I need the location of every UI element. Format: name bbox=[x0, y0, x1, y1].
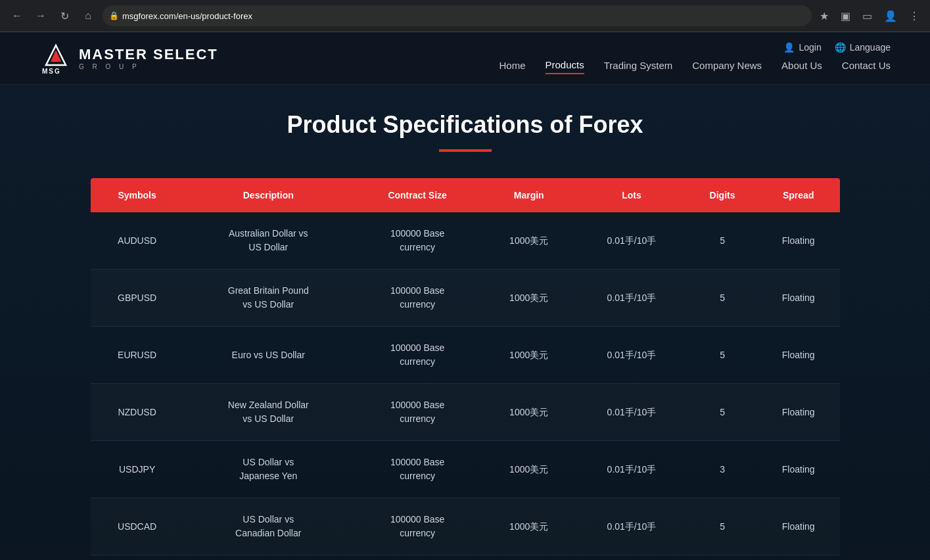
table-row: USDJPYUS Dollar vsJapanese Yen100000 Bas… bbox=[91, 441, 840, 498]
forex-table: Symbols Description Contract Size Margin… bbox=[91, 178, 840, 560]
cell-contract-size: 100000 Basecurrency bbox=[353, 269, 482, 327]
lock-icon: 🔒 bbox=[109, 11, 119, 20]
login-link[interactable]: 👤 Login bbox=[783, 42, 821, 53]
table-body: AUDUSDAustralian Dollar vsUS Dollar10000… bbox=[91, 212, 840, 560]
cell-contract-size: 100000 Basecurrency bbox=[353, 384, 482, 441]
language-icon: 🌐 bbox=[835, 42, 846, 53]
cell-spread: Floating bbox=[757, 212, 840, 269]
cell-margin: 1000美元 bbox=[482, 269, 576, 327]
cell-margin: 1000美元 bbox=[482, 441, 576, 498]
language-label: Language bbox=[850, 42, 891, 53]
cell-description: Great Britain Poundvs US Dollar bbox=[184, 269, 353, 327]
col-digits: Digits bbox=[687, 178, 757, 212]
browser-actions: ★ ▣ ▭ 👤 ⋮ bbox=[817, 7, 922, 25]
cell-contract-size: 100000 Basecurrency bbox=[353, 498, 482, 555]
cell-symbol: AUDUSD bbox=[91, 212, 184, 269]
cell-lots: 0.01手/10手 bbox=[576, 441, 687, 498]
cell-symbol: USDCAD bbox=[91, 498, 184, 555]
cell-lots: 0.01手/10手 bbox=[576, 269, 687, 327]
cell-digits: 5 bbox=[687, 384, 757, 441]
cell-description: Australian Dollar vsUS Dollar bbox=[184, 212, 353, 269]
cell-lots: 0.01手/10手 bbox=[576, 384, 687, 441]
header-right: 👤 Login 🌐 Language Home Products Trading… bbox=[500, 42, 891, 74]
table-row: AUDUSDAustralian Dollar vsUS Dollar10000… bbox=[91, 212, 840, 269]
nav-about-us[interactable]: About Us bbox=[781, 60, 822, 74]
cell-symbol: NZDUSD bbox=[91, 384, 184, 441]
cell-margin: 1000美元 bbox=[482, 212, 576, 269]
logo-icon: MSG bbox=[39, 42, 72, 75]
forward-button[interactable]: → bbox=[32, 7, 50, 25]
nav-contact-us[interactable]: Contact Us bbox=[842, 60, 891, 74]
col-description: Description bbox=[184, 178, 353, 212]
cell-description: New Zealand Dollarvs US Dollar bbox=[184, 384, 353, 441]
cell-description: US Dollar vs SwissFranc bbox=[184, 555, 353, 561]
cell-description: US Dollar vsJapanese Yen bbox=[184, 441, 353, 498]
login-label: Login bbox=[799, 42, 821, 53]
table-row: USDCHFUS Dollar vs SwissFranc100000 Base… bbox=[91, 555, 840, 561]
cell-digits: 5 bbox=[687, 212, 757, 269]
cell-digits: 3 bbox=[687, 441, 757, 498]
cell-margin: 1000美元 bbox=[482, 384, 576, 441]
language-link[interactable]: 🌐 Language bbox=[835, 42, 891, 53]
header-top-actions: 👤 Login 🌐 Language bbox=[783, 42, 891, 53]
cell-lots: 0.01手/10手 bbox=[576, 212, 687, 269]
table-row: USDCADUS Dollar vsCanadian Dollar100000 … bbox=[91, 498, 840, 555]
browser-chrome: ← → ↻ ⌂ 🔒 ★ ▣ ▭ 👤 ⋮ bbox=[0, 0, 930, 32]
menu-button[interactable]: ⋮ bbox=[906, 7, 922, 25]
split-view-button[interactable]: ▭ bbox=[860, 7, 875, 25]
cell-spread: Floating bbox=[757, 498, 840, 555]
page-title-section: Product Specifications of Forex bbox=[39, 111, 891, 152]
cell-symbol: USDCHF bbox=[91, 555, 184, 561]
logo-area: MSG MASTER SELECT G R O U P bbox=[39, 42, 218, 75]
cell-symbol: GBPUSD bbox=[91, 269, 184, 327]
cell-margin: 1000美元 bbox=[482, 327, 576, 384]
logo-text: MASTER SELECT G R O U P bbox=[79, 46, 218, 70]
cell-digits: 5 bbox=[687, 498, 757, 555]
svg-text:MSG: MSG bbox=[42, 68, 61, 75]
col-contract-size: Contract Size bbox=[353, 178, 482, 212]
cell-digits: 5 bbox=[687, 327, 757, 384]
reload-button[interactable]: ↻ bbox=[55, 7, 74, 25]
cell-digits: 5 bbox=[687, 269, 757, 327]
logo-sub: G R O U P bbox=[79, 63, 218, 70]
title-underline bbox=[439, 149, 492, 152]
col-lots: Lots bbox=[576, 178, 687, 212]
table-row: NZDUSDNew Zealand Dollarvs US Dollar1000… bbox=[91, 384, 840, 441]
home-button[interactable]: ⌂ bbox=[79, 7, 97, 25]
nav-trading-system[interactable]: Trading System bbox=[604, 60, 672, 74]
cell-spread: Floating bbox=[757, 555, 840, 561]
bookmark-button[interactable]: ★ bbox=[817, 7, 831, 25]
address-bar-wrap: 🔒 bbox=[103, 5, 812, 26]
cell-symbol: EURUSD bbox=[91, 327, 184, 384]
table-wrapper: Symbols Description Contract Size Margin… bbox=[91, 178, 840, 560]
cell-contract-size: 100000 Basecurrency bbox=[353, 327, 482, 384]
extensions-button[interactable]: ▣ bbox=[838, 7, 853, 25]
main-content: Product Specifications of Forex Symbols … bbox=[0, 85, 930, 560]
cell-margin: 1000美元 bbox=[482, 555, 576, 561]
header-row: Symbols Description Contract Size Margin… bbox=[91, 178, 840, 212]
cell-lots: 0.01手/10手 bbox=[576, 327, 687, 384]
nav-products[interactable]: Products bbox=[546, 59, 584, 74]
cell-digits: 5 bbox=[687, 555, 757, 561]
col-margin: Margin bbox=[482, 178, 576, 212]
logo-name: MASTER SELECT bbox=[79, 46, 218, 63]
cell-lots: 0.01手/10手 bbox=[576, 555, 687, 561]
cell-description: US Dollar vsCanadian Dollar bbox=[184, 498, 353, 555]
cell-description: Euro vs US Dollar bbox=[184, 327, 353, 384]
col-symbols: Symbols bbox=[91, 178, 184, 212]
nav-home[interactable]: Home bbox=[500, 60, 526, 74]
back-button[interactable]: ← bbox=[8, 7, 26, 25]
cell-spread: Floating bbox=[757, 327, 840, 384]
cell-lots: 0.01手/10手 bbox=[576, 498, 687, 555]
table-row: EURUSDEuro vs US Dollar100000 Basecurren… bbox=[91, 327, 840, 384]
cell-contract-size: 100000 Basecurrency bbox=[353, 212, 482, 269]
cell-contract-size: 100000 Basecurrency bbox=[353, 441, 482, 498]
cell-contract-size: 100000 Basecurrency bbox=[353, 555, 482, 561]
table-row: GBPUSDGreat Britain Poundvs US Dollar100… bbox=[91, 269, 840, 327]
table-header: Symbols Description Contract Size Margin… bbox=[91, 178, 840, 212]
nav-company-news[interactable]: Company News bbox=[692, 60, 762, 74]
profile-button[interactable]: 👤 bbox=[881, 7, 900, 25]
cell-margin: 1000美元 bbox=[482, 498, 576, 555]
cell-spread: Floating bbox=[757, 441, 840, 498]
address-input[interactable] bbox=[103, 5, 812, 26]
